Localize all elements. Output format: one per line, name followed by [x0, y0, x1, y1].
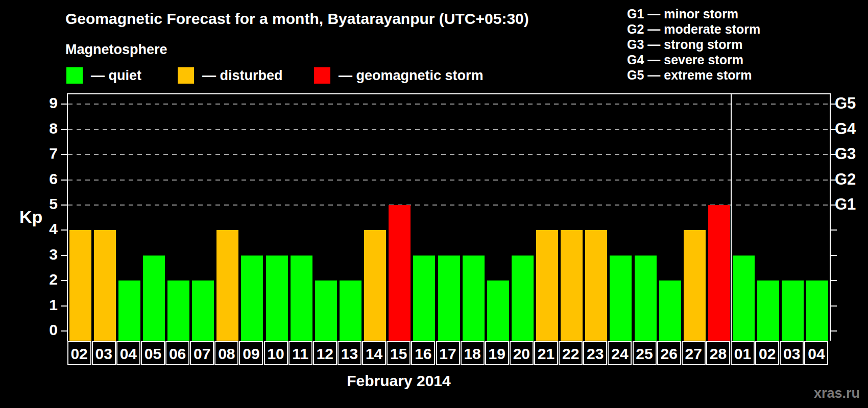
quiet-color-swatch [66, 67, 83, 84]
y-tick [61, 129, 67, 130]
day-label-cell: 16 [411, 341, 435, 365]
kp-bar [782, 280, 804, 341]
y-tick [61, 280, 67, 281]
day-label-cell: 19 [485, 341, 509, 365]
y-tick-right [831, 280, 837, 281]
day-label-cell: 25 [633, 341, 657, 365]
g-axis-label: G3 [835, 145, 868, 163]
y-tick-label: 8 [28, 120, 58, 137]
kp-bar [733, 256, 755, 341]
kp-bar [69, 230, 91, 341]
kp-bar [389, 205, 411, 341]
day-label-cell: 13 [337, 341, 361, 365]
y-tick-right [831, 330, 837, 332]
y-tick [61, 205, 67, 206]
kp-bar [340, 280, 361, 341]
kp-bar [315, 280, 337, 341]
kp-bar [216, 230, 238, 341]
g-axis-label: G5 [835, 94, 868, 113]
storm-scale-g3: G3 — strong storm [627, 37, 760, 52]
kp-bar [806, 280, 828, 341]
month-label: February 2014 [67, 372, 731, 390]
day-label-cell: 02 [67, 341, 91, 365]
kp-bar [438, 256, 460, 341]
g-axis-label: G2 [835, 170, 868, 189]
y-tick-label: 9 [28, 94, 58, 112]
day-label-cell: 24 [608, 341, 632, 365]
day-axis-row: 0203040506070809101112131415161718192021… [67, 341, 829, 365]
day-label-cell: 17 [436, 341, 460, 365]
y-tick [61, 305, 67, 307]
y-tick-right [831, 255, 837, 256]
day-label-cell: 27 [682, 341, 706, 365]
day-label-cell: 12 [313, 341, 337, 365]
day-label-cell: 23 [583, 341, 607, 365]
kp-bar [536, 230, 558, 341]
legend-item-disturbed: — disturbed [178, 67, 283, 84]
y-tick-label: 6 [28, 170, 58, 188]
kp-bar [167, 280, 189, 341]
kp-bar [143, 256, 165, 341]
legend-heading: Magnetosphere [65, 42, 167, 58]
kp-bar [487, 280, 509, 341]
legend-label-quiet: — quiet [91, 68, 141, 84]
legend-item-quiet: — quiet [66, 67, 141, 84]
watermark: xras.ru [814, 386, 860, 401]
y-tick-label: 7 [28, 145, 58, 162]
plot-area: 0123456789G1G2G3G4G5 [67, 93, 831, 341]
day-label-cell: 14 [362, 341, 386, 365]
kp-bar [757, 280, 779, 341]
day-label-cell: 03 [92, 341, 116, 365]
y-tick-label: 0 [28, 321, 58, 339]
kp-bar [463, 256, 485, 341]
day-label-cell: 21 [534, 341, 558, 365]
chart-title: Geomagnetic Forecast for a month, Byatar… [65, 10, 529, 28]
y-tick-label: 5 [28, 195, 58, 213]
day-label-cell: 18 [461, 341, 485, 365]
y-tick-right [831, 230, 837, 231]
y-tick [61, 230, 67, 231]
storm-scale-g4: G4 — severe storm [627, 52, 760, 67]
y-tick [61, 104, 67, 105]
day-label-cell: 04 [804, 341, 828, 365]
kp-bar [708, 205, 730, 341]
kp-bar [610, 256, 632, 341]
kp-bar [635, 256, 657, 341]
kp-bar [684, 230, 706, 341]
storm-color-swatch [314, 67, 330, 84]
day-label-cell: 05 [141, 341, 165, 365]
day-label-cell: 20 [510, 341, 534, 365]
day-label-cell: 28 [706, 341, 730, 365]
y-tick-label: 1 [28, 296, 58, 314]
day-label-cell: 04 [116, 341, 140, 365]
kp-bar [192, 280, 214, 341]
kp-bar [291, 256, 312, 341]
storm-scale-g1: G1 — minor storm [627, 6, 760, 21]
y-tick [61, 154, 67, 155]
legend-item-storm: — geomagnetic storm [314, 67, 484, 84]
day-label-cell: 26 [657, 341, 681, 365]
day-label-cell: 02 [755, 341, 779, 365]
kp-bar [118, 280, 140, 341]
grid-line [68, 129, 830, 130]
day-label-cell: 22 [559, 341, 583, 365]
day-label-cell: 01 [731, 341, 755, 365]
y-tick [61, 330, 67, 332]
grid-line [68, 104, 830, 105]
geomagnetic-forecast-chart: Geomagnetic Forecast for a month, Byatar… [0, 0, 868, 408]
legend-label-storm: — geomagnetic storm [339, 68, 484, 84]
g-axis-label: G4 [835, 120, 868, 138]
kp-bar [659, 280, 681, 341]
storm-scale-g2: G2 — moderate storm [627, 21, 760, 37]
y-tick-label: 2 [28, 271, 58, 288]
day-label-cell: 09 [239, 341, 263, 365]
day-label-cell: 08 [214, 341, 238, 365]
y-tick-label: 3 [28, 246, 58, 263]
disturbed-color-swatch [178, 67, 194, 84]
y-tick-right [831, 305, 837, 307]
storm-scale-g5: G5 — extreme storm [627, 67, 760, 83]
kp-bar [413, 256, 435, 341]
y-tick [61, 255, 67, 256]
kp-bar [364, 230, 386, 341]
day-label-cell: 07 [190, 341, 214, 365]
